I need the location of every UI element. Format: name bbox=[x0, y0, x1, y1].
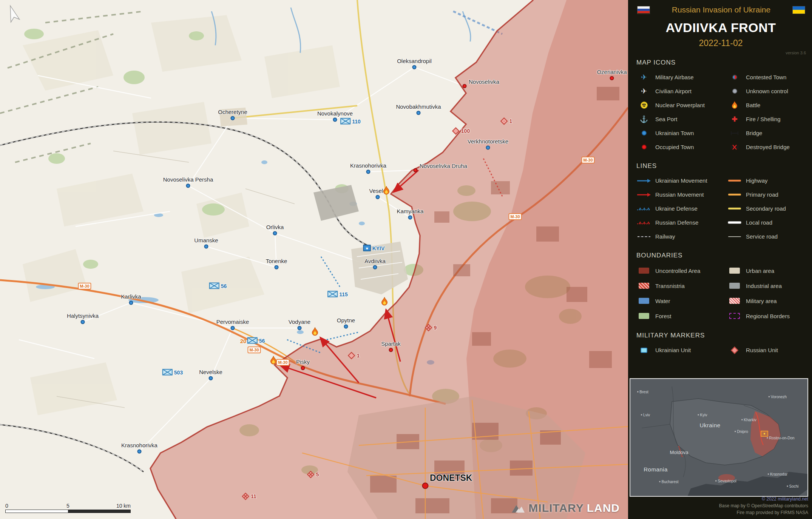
city-dot bbox=[787, 486, 788, 487]
military-markers-section: MILITARY MARKERS Ukrainian UnitRussian U… bbox=[636, 332, 812, 357]
unit-number: 11 bbox=[251, 493, 256, 499]
primary-road-icon bbox=[727, 194, 742, 196]
contested-town-icon bbox=[727, 75, 742, 80]
russian-unit-1: 1 bbox=[502, 118, 513, 124]
boundaries-section: BOUNDARIES Uncontrolled AreaTransnistria… bbox=[636, 252, 812, 323]
scale-labels: 0 5 10 km bbox=[5, 503, 131, 510]
russian-unit-11: 11 bbox=[243, 493, 256, 499]
town-label: Krasnohorivka bbox=[350, 162, 386, 169]
town-label: Ocheretyne bbox=[218, 109, 247, 115]
ukrainian-unit-503: 503 bbox=[162, 369, 183, 376]
town-label: Halytsynivka bbox=[67, 313, 99, 319]
town-dot bbox=[373, 265, 377, 270]
town-label: DONETSK bbox=[430, 473, 472, 483]
town-label: Novokalynove bbox=[317, 110, 353, 117]
ukr-movement-icon bbox=[636, 179, 651, 183]
ukrainian-unit-56: 56 bbox=[247, 337, 265, 344]
militaryland-watermark: MILITARYLAND bbox=[510, 502, 620, 514]
fire-shelling-icon: ✚ bbox=[727, 116, 742, 123]
unit-number: 100 bbox=[461, 128, 470, 134]
ukrainian-unit-kyiv: ♥KYIV bbox=[363, 245, 385, 251]
legend-item-fire-shelling: ✚Fire / Shelling bbox=[727, 112, 810, 126]
town-dot bbox=[389, 348, 393, 352]
military-markers-title: MILITARY MARKERS bbox=[636, 332, 812, 339]
legend-item-destroyed-bridge: Destroyed Bridge bbox=[727, 140, 810, 154]
unit-number: 1 bbox=[509, 118, 513, 124]
battle-icon bbox=[727, 101, 742, 109]
city-dot bbox=[767, 437, 768, 439]
minimap-city-sevastopol: Sevastopol bbox=[715, 479, 736, 483]
road-badge-m-30: M-30 bbox=[508, 213, 522, 220]
front-title: AVDIIVKA FRONT bbox=[636, 20, 805, 35]
battle-fire-icon bbox=[383, 186, 390, 196]
town-dot bbox=[408, 216, 412, 220]
town-dot bbox=[463, 84, 467, 88]
town-dot bbox=[301, 366, 305, 370]
forest-icon bbox=[636, 313, 651, 319]
town-label: Tonenke bbox=[266, 258, 287, 264]
legend-item-highway: Highway bbox=[727, 174, 810, 188]
legend-item-service-road: Service road bbox=[727, 229, 810, 243]
town-dot bbox=[412, 65, 417, 69]
ukrainian-town-icon bbox=[636, 131, 651, 136]
town-dot bbox=[414, 168, 418, 172]
scale-ten: 10 km bbox=[116, 503, 131, 509]
secondary-road-icon bbox=[727, 208, 742, 209]
town-dot bbox=[231, 116, 235, 120]
town-label: Opytne bbox=[337, 317, 355, 323]
legend-item-bridge: Bridge bbox=[727, 126, 810, 140]
town-label: Novoselivka Persha bbox=[163, 176, 213, 183]
legend-item-ukrainian-town: Ukrainian Town bbox=[636, 126, 726, 140]
town-label: Krasnohorivka bbox=[121, 442, 157, 448]
ukrainian-unit-icon bbox=[162, 369, 173, 376]
military-area-icon bbox=[727, 298, 742, 304]
minimap-city-kyiv: Kyiv bbox=[698, 413, 707, 417]
unit-number: 110 bbox=[352, 118, 361, 124]
ukraine-flag-icon bbox=[792, 6, 805, 14]
road-badge-m-30: M-30 bbox=[247, 347, 261, 353]
bridge-icon bbox=[727, 131, 742, 136]
minimap-labels-layer: BrestVoronezhLvivKyivKharkivUkraineDnipr… bbox=[630, 379, 807, 496]
legend-item-russian-movement: Russian Movement bbox=[636, 188, 726, 202]
city-dot bbox=[637, 391, 638, 393]
map-icons-section: MAP ICONS ✈Military Airbase✈Civilian Air… bbox=[636, 59, 812, 154]
town-dot bbox=[417, 111, 421, 115]
unit-number: 9 bbox=[434, 325, 437, 331]
legend-item-forest: Forest bbox=[636, 308, 726, 323]
legend-sidebar: Russian Invasion of Ukraine AVDIIVKA FRO… bbox=[628, 0, 812, 519]
minimap-city-lviv: Lviv bbox=[641, 413, 650, 417]
battle-fire-icon bbox=[311, 327, 319, 337]
unknown-control-icon bbox=[727, 89, 742, 94]
unit-number: 1 bbox=[357, 353, 360, 359]
lines-section: LINES Ukrainian MovementRussian Movement… bbox=[636, 162, 812, 243]
unit-number: 503 bbox=[174, 369, 183, 375]
local-road-icon bbox=[727, 222, 742, 223]
ua-unit-icon bbox=[636, 348, 651, 353]
unit-number: 115 bbox=[339, 291, 348, 297]
city-dot bbox=[735, 431, 736, 432]
occupied-town-icon bbox=[636, 145, 651, 149]
ukrainian-unit-icon: ♥ bbox=[363, 245, 371, 251]
town-dot bbox=[204, 245, 208, 249]
russian-unit-icon bbox=[348, 352, 355, 359]
town-label: Orlivka bbox=[266, 224, 284, 230]
legend-item-russian-defense: Russian Defense bbox=[636, 216, 726, 229]
city-dot bbox=[659, 481, 660, 482]
town-dot bbox=[209, 376, 213, 380]
legend-item-uncontrolled-area: Uncontrolled Area bbox=[636, 263, 726, 278]
road-badge-m-30: M-30 bbox=[78, 283, 91, 290]
legend-item-contested-town: Contested Town bbox=[727, 70, 810, 84]
watermark-text-land: LAND bbox=[587, 502, 620, 514]
town-dot bbox=[273, 231, 277, 236]
legend-item-ukrainian-unit: Ukrainian Unit bbox=[636, 343, 726, 357]
scale-zero: 0 bbox=[5, 503, 8, 509]
ukr-defense-icon bbox=[636, 206, 651, 211]
unit-number: 56 bbox=[221, 283, 227, 289]
russian-unit-9: 9 bbox=[426, 325, 437, 331]
town-dot bbox=[610, 76, 614, 80]
russian-unit-icon bbox=[452, 127, 460, 135]
battle-fire-icon bbox=[381, 297, 388, 307]
town-label: Pisky bbox=[296, 359, 310, 365]
watermark-text-military: MILITARY bbox=[528, 502, 584, 514]
sea-port-icon: ⚓ bbox=[636, 116, 651, 123]
